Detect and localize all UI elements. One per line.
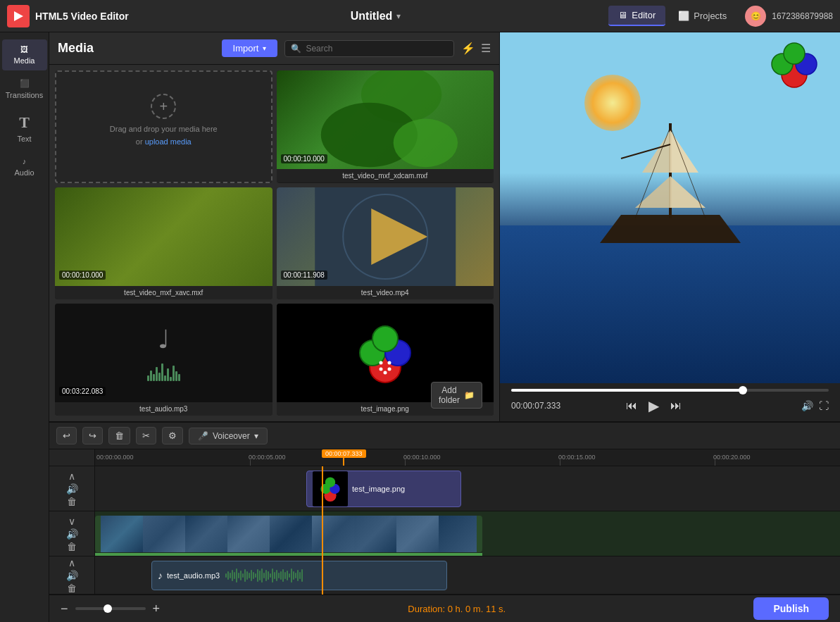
- ruler-mark-0: 00:00:00.000: [96, 454, 134, 461]
- text-icon: T: [19, 113, 30, 132]
- topbar: HTML5 Video Editor Untitled ▾ 🖥 Editor ⬜…: [0, 0, 840, 32]
- track-volume2-icon[interactable]: 🔊: [66, 528, 78, 540]
- media-panel-body: + Drag and drop your media here or uploa…: [49, 65, 499, 421]
- timeline-container: ∧ 🔊 🗑 ∨ 🔊 🗑: [49, 449, 840, 595]
- zoom-slider[interactable]: [75, 607, 146, 610]
- playhead-ruler: 00:00:07.333: [322, 449, 366, 466]
- media-item-name: test_video.mp4: [277, 286, 494, 299]
- sidebar-item-transitions[interactable]: ⬛ Transitions: [2, 73, 47, 105]
- upload-zone[interactable]: + Drag and drop your media here or uploa…: [55, 70, 272, 183]
- duration-value: 0 h. 0 m. 11 s.: [448, 604, 506, 614]
- project-title[interactable]: Untitled: [351, 10, 393, 23]
- zoom-slider-thumb[interactable]: [104, 604, 112, 613]
- app-title: HTML5 Video Editor: [35, 11, 129, 22]
- preview-canvas: [500, 32, 840, 383]
- media-grid: + Drag and drop your media here or uploa…: [49, 65, 499, 421]
- add-folder-label: Add folder: [439, 385, 460, 405]
- audio-icon: ♪: [23, 157, 27, 166]
- projects-icon: ⬜: [678, 11, 689, 21]
- media-panel-title: Media: [58, 41, 215, 56]
- track-ctrl-audio: ∧ 🔊 🗑: [49, 556, 94, 595]
- editor-tab[interactable]: 🖥 Editor: [608, 6, 665, 26]
- step-back-button[interactable]: ⏮: [623, 398, 640, 413]
- projects-tab[interactable]: ⬜ Projects: [668, 6, 736, 25]
- track-delete3-icon[interactable]: 🗑: [67, 583, 77, 594]
- track-item-audio[interactable]: ♪ test_audio.mp3: [151, 561, 447, 590]
- progress-bar[interactable]: [511, 389, 829, 392]
- progress-thumb[interactable]: [739, 386, 747, 394]
- track-expand3-icon[interactable]: ∧: [68, 557, 75, 568]
- delete-button[interactable]: 🗑: [108, 427, 130, 444]
- undo-button[interactable]: ↩: [56, 427, 77, 444]
- timeline-section: ↩ ↪ 🗑 ✂ ⚙ 🎤 Voiceover ▾: [49, 421, 840, 595]
- topbar-right: 🖥 Editor ⬜ Projects 😊 1672386879988: [608, 6, 833, 27]
- user-area[interactable]: 😊 1672386879988: [745, 6, 833, 27]
- media-item-duration: 00:00:11.908: [281, 270, 327, 280]
- ruler-tick-3: [560, 460, 560, 466]
- track-row-audio: ♪ test_audio.mp3: [95, 556, 840, 595]
- media-item-duration: 00:00:10.000: [281, 154, 327, 163]
- sidebar-item-text[interactable]: T Text: [2, 108, 47, 149]
- settings-button[interactable]: ⚙: [162, 427, 183, 444]
- ruler-mark-2: 00:00:10.000: [403, 454, 441, 461]
- track-expand2-icon[interactable]: ∨: [68, 516, 75, 527]
- fullscreen-button[interactable]: ⛶: [819, 400, 829, 411]
- user-id: 1672386879988: [772, 11, 833, 21]
- track-volume-icon[interactable]: 🔊: [66, 483, 78, 495]
- track-delete2-icon[interactable]: 🗑: [67, 541, 77, 552]
- voiceover-button[interactable]: 🎤 Voiceover ▾: [189, 428, 268, 444]
- redo-button[interactable]: ↪: [82, 427, 103, 444]
- ruler-tick-4: [715, 460, 715, 466]
- step-forward-button[interactable]: ⏭: [667, 398, 684, 413]
- timeline-main: 00:00:00.000 00:00:05.000 00:00:10.000 0…: [95, 449, 840, 595]
- track-item-video[interactable]: [95, 516, 482, 552]
- filter-icon[interactable]: ⚡: [461, 42, 475, 55]
- upload-link[interactable]: upload media: [145, 137, 192, 146]
- project-title-area: Untitled ▾: [143, 10, 609, 23]
- plus-icon: +: [151, 94, 176, 119]
- video-strip: [101, 516, 477, 552]
- sort-icon[interactable]: ☰: [481, 42, 491, 55]
- zoom-minus-button[interactable]: −: [61, 602, 68, 616]
- track-expand-icon[interactable]: ∧: [68, 471, 75, 482]
- track-item-image[interactable]: test_image.png: [306, 471, 461, 507]
- sidebar-item-audio[interactable]: ♪ Audio: [2, 151, 47, 182]
- add-folder-button[interactable]: Add folder 📁: [431, 382, 482, 409]
- sidebar-item-media[interactable]: 🖼 Media: [2, 39, 47, 70]
- svg-point-3: [393, 119, 457, 168]
- timeline-ruler[interactable]: 00:00:00.000 00:00:05.000 00:00:10.000 0…: [95, 449, 840, 466]
- track-volume3-icon[interactable]: 🔊: [66, 570, 78, 581]
- search-bar[interactable]: 🔍: [284, 40, 454, 57]
- ruler-mark-1: 00:00:05.000: [249, 454, 286, 461]
- volume-icon[interactable]: 🔊: [801, 400, 813, 411]
- timeline-tracks-left: ∧ 🔊 🗑 ∨ 🔊 🗑: [49, 449, 95, 595]
- projects-label: Projects: [694, 11, 727, 21]
- search-input[interactable]: [306, 44, 448, 54]
- import-dropdown-icon: ▾: [263, 44, 266, 52]
- media-item-audio1[interactable]: ♩: [55, 304, 272, 416]
- media-item-video1[interactable]: 00:00:10.000 test_video_mxf_xdcam.mxf: [277, 70, 494, 183]
- zoom-plus-button[interactable]: +: [153, 602, 161, 616]
- control-row: 00:00:07.333 ⏮ ▶ ⏭ 🔊 ⛶: [511, 396, 829, 416]
- play-button[interactable]: ▶: [646, 396, 662, 416]
- content-area: Media Import ▾ 🔍 ⚡ ☰: [49, 32, 840, 622]
- track-row-video: [95, 511, 840, 556]
- user-avatar: 😊: [745, 6, 766, 27]
- track-ctrl-video: ∨ 🔊 🗑: [49, 511, 94, 556]
- track-ctrl-image: ∧ 🔊 🗑: [49, 466, 94, 511]
- playhead-ruler-line: [343, 458, 344, 466]
- track-delete-icon[interactable]: 🗑: [67, 496, 77, 507]
- svg-point-12: [387, 361, 391, 365]
- dice-overlay: [763, 39, 826, 91]
- project-dropdown-icon[interactable]: ▾: [396, 11, 401, 21]
- media-item-video3[interactable]: 00:00:11.908 test_video.mp4: [277, 187, 494, 299]
- ruler-mark-4: 00:00:20.000: [713, 454, 751, 461]
- import-button[interactable]: Import ▾: [222, 39, 278, 57]
- cut-button[interactable]: ✂: [136, 427, 156, 444]
- upload-zone-label: [56, 170, 271, 176]
- sidebar-media-label: Media: [14, 56, 35, 65]
- publish-button[interactable]: Publish: [753, 597, 829, 620]
- media-item-video2[interactable]: 00:00:10.000 test_video_mxf_xavc.mxf: [55, 187, 272, 299]
- waveform: [147, 360, 180, 381]
- svg-point-23: [784, 43, 805, 64]
